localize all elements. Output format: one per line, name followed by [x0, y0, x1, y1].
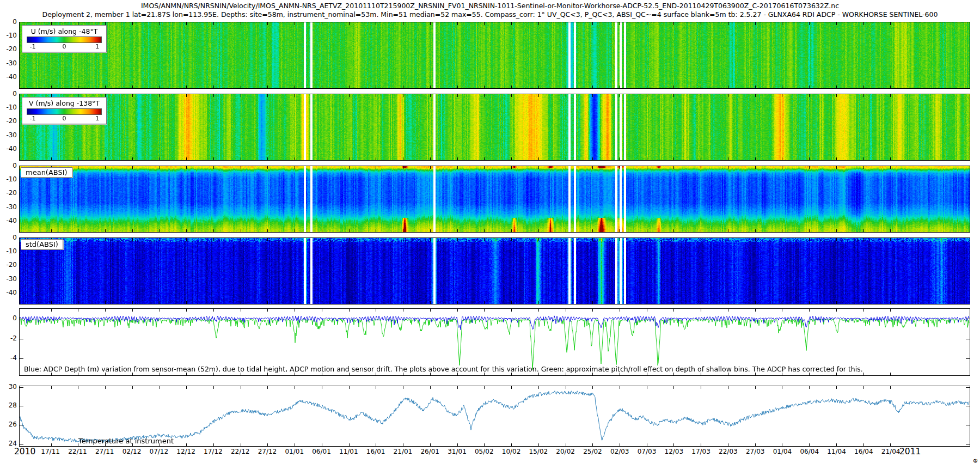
x-tick-label: 02/03 [610, 448, 629, 455]
x-tick-label: 06/04 [800, 448, 819, 455]
y-tick-label: -10 [1, 248, 17, 254]
v-colorbar [27, 108, 102, 115]
x-tick-label: 25/02 [583, 448, 602, 455]
x-tick-label: 27/12 [258, 448, 277, 455]
x-tick-label: 01/01 [285, 448, 304, 455]
u-velocity-heatmap-canvas [20, 22, 970, 88]
temperature-label: Temperature at instrument [78, 437, 174, 445]
y-tick-label: -4 [1, 355, 17, 361]
adcp-figure: IMOS/ANMN/NRS/NRSNIN/Velocity/IMOS_ANMN-… [0, 0, 980, 463]
x-tick-label: 27/11 [95, 448, 114, 455]
x-tick-label: 15/02 [529, 448, 548, 455]
y-tick-label: -20 [1, 261, 17, 268]
y-tick-label: 30 [1, 383, 17, 390]
u-colorbar-ticks: -1 0 1 [27, 43, 102, 51]
x-tick-label: 11/01 [339, 448, 358, 455]
figure-subtitle-deployment-info: Deployment 2, member 1 lat=21.87S lon=11… [0, 10, 980, 19]
u-colorbar-tick-max: 1 [95, 43, 99, 50]
year-label-2011: 2011 [899, 447, 921, 456]
y-tick-label: 0 [1, 90, 17, 97]
y-tick-label: 24 [1, 440, 17, 447]
y-tick-label: -20 [1, 46, 17, 52]
panel-v-velocity-heatmap: V (m/s) along -138°T -1 0 1 [19, 94, 970, 161]
v-colorbar-ticks: -1 0 1 [27, 115, 102, 123]
x-tick-label: 06/01 [312, 448, 331, 455]
v-colorbar-tick-min: -1 [30, 115, 36, 122]
mean-absi-heatmap-canvas [20, 166, 970, 232]
x-tick-label: 05/02 [475, 448, 494, 455]
x-tick-label: 22/12 [231, 448, 250, 455]
x-tick-label: 17/11 [41, 448, 60, 455]
figure-title-filename: IMOS/ANMN/NRS/NRSNIN/Velocity/IMOS_ANMN-… [0, 2, 980, 10]
y-tick-label: 0 [1, 234, 17, 241]
u-colorbar-legend: U (m/s) along -48°T -1 0 1 [22, 25, 107, 52]
panel-std-absi-heatmap: std(ABSI) [19, 237, 970, 304]
y-tick-label: -40 [1, 289, 17, 296]
x-tick-label: 27/03 [746, 448, 765, 455]
x-tick-label: 16/04 [854, 448, 873, 455]
u-colorbar [27, 36, 102, 43]
x-tick-label: 31/01 [448, 448, 467, 455]
y-tick-label: -30 [1, 204, 17, 210]
y-tick-label: 0 [1, 162, 17, 169]
y-tick-label: -30 [1, 60, 17, 66]
x-tick-label: 22/03 [719, 448, 738, 455]
x-tick-label: 22/11 [68, 448, 87, 455]
x-tick-label: 01/04 [773, 448, 792, 455]
panel-mean-absi-heatmap: mean(ABSI) [19, 166, 970, 233]
v-colorbar-tick-zero: 0 [63, 115, 66, 122]
x-tick-label: 10/02 [502, 448, 521, 455]
x-tick-label: 07/12 [150, 448, 169, 455]
y-tick-label: 26 [1, 421, 17, 428]
v-colorbar-legend: V (m/s) along -138°T -1 0 1 [22, 97, 107, 124]
x-tick-label: 20/02 [556, 448, 575, 455]
depth-variation-annotation: Blue: ADCP Depth (m) variation from sens… [24, 365, 863, 373]
mean-absi-label: mean(ABSI) [21, 167, 72, 178]
u-legend-title: U (m/s) along -48°T [27, 27, 102, 35]
std-absi-label: std(ABSI) [21, 239, 63, 249]
x-tick-label: 02/12 [122, 448, 142, 455]
x-tick-label: 26/01 [420, 448, 439, 455]
panel-temperature-line: Temperature at instrument [19, 386, 970, 447]
x-axis-date-labels: 17/1122/1127/1102/1207/1212/1217/1222/12… [19, 448, 970, 460]
u-colorbar-tick-min: -1 [30, 43, 36, 50]
y-tick-label: -20 [1, 190, 17, 196]
std-absi-heatmap-canvas [20, 238, 970, 304]
x-tick-label: 16/01 [366, 448, 385, 455]
y-tick-label: -40 [1, 145, 17, 152]
y-tick-label: -10 [1, 32, 17, 39]
y-tick-label: -10 [1, 176, 17, 182]
x-tick-label: 12/12 [176, 448, 195, 455]
y-tick-label: -40 [1, 217, 17, 224]
x-tick-label: 17/03 [691, 448, 710, 455]
u-colorbar-tick-zero: 0 [63, 43, 66, 50]
x-tick-label: 21/04 [881, 448, 901, 455]
x-tick-label: 12/03 [665, 448, 684, 455]
v-colorbar-tick-max: 1 [95, 115, 99, 122]
y-tick-label: -20 [1, 118, 17, 124]
y-tick-label: 0 [1, 19, 17, 25]
year-label-2010: 2010 [14, 447, 35, 456]
y-tick-label: -40 [1, 74, 17, 80]
panel-depth-variation-lines: Blue: ADCP Depth (m) variation from sens… [19, 308, 970, 376]
panel-u-velocity-heatmap: U (m/s) along -48°T -1 0 1 [19, 22, 970, 89]
y-tick-label: -2 [1, 335, 17, 342]
v-velocity-heatmap-canvas [20, 94, 970, 160]
y-tick-label: -30 [1, 276, 17, 282]
y-tick-label: 28 [1, 402, 17, 409]
v-legend-title: V (m/s) along -138°T [27, 99, 102, 107]
y-tick-label: -30 [1, 132, 17, 138]
x-tick-label: 07/03 [638, 448, 657, 455]
x-tick-label: 11/04 [827, 448, 846, 455]
x-tick-label: 21/01 [394, 448, 413, 455]
y-tick-label: 0 [1, 315, 17, 321]
y-tick-label: -10 [1, 104, 17, 111]
x-tick-label: 17/12 [204, 448, 223, 455]
copyright-timestamp-vertical: © IMOS 14-Dec-2025 19:27:55 Hobart time [971, 459, 979, 463]
